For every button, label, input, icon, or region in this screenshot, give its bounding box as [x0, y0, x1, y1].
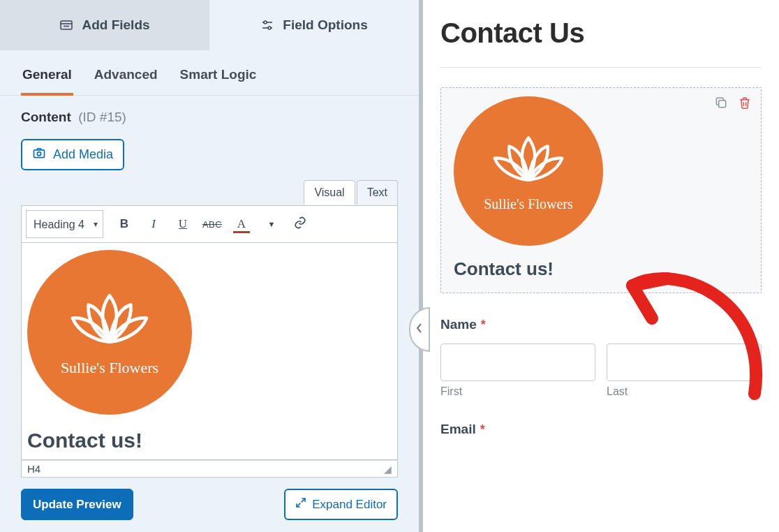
lotus-icon [485, 131, 572, 188]
preview-divider [440, 67, 762, 68]
first-sublabel: First [440, 385, 595, 398]
required-star: * [481, 318, 486, 332]
tab-add-fields-label: Add Fields [82, 17, 149, 33]
field-options-panel: Add Fields Field Options General Advance… [0, 0, 419, 532]
editor-mode-visual[interactable]: Visual [304, 180, 355, 205]
lotus-icon [62, 288, 157, 350]
svg-point-4 [264, 21, 267, 24]
tab-field-options-label: Field Options [283, 17, 367, 33]
strikethrough-button[interactable]: ABC [200, 212, 225, 237]
update-preview-button[interactable]: Update Preview [21, 489, 133, 520]
editor-status-bar: H4 ◢ [21, 460, 398, 478]
required-star: * [480, 422, 485, 436]
underline-button[interactable]: U [170, 212, 195, 237]
editor-mode-text[interactable]: Text [357, 180, 398, 205]
tab-add-fields[interactable]: Add Fields [0, 0, 209, 50]
logo-image: Sullie's Flowers [27, 250, 192, 415]
name-field-label: Name* [440, 317, 762, 332]
format-select[interactable]: Heading 4 [26, 210, 103, 238]
chevron-down-icon: ▼ [267, 220, 276, 228]
editor-element-path: H4 [27, 463, 40, 475]
add-fields-icon [59, 18, 73, 32]
subtab-advanced[interactable]: Advanced [93, 63, 159, 95]
content-id: (ID #15) [78, 110, 126, 124]
logo-text: Sullie's Flowers [61, 359, 158, 377]
add-media-button[interactable]: Add Media [21, 139, 124, 170]
svg-rect-7 [34, 150, 45, 158]
panel-divider[interactable] [419, 0, 423, 532]
italic-button[interactable]: I [141, 212, 166, 237]
subtab-general[interactable]: General [21, 63, 73, 95]
chevron-left-icon [415, 323, 424, 337]
insert-link-button[interactable] [288, 212, 313, 237]
expand-icon [295, 497, 306, 512]
resize-handle[interactable]: ◢ [384, 464, 392, 474]
editor-body[interactable]: Sullie's Flowers Contact us! [21, 243, 398, 460]
content-label: Content [21, 110, 71, 124]
editor-toolbar: Heading 4 B I U ABC A ▼ [21, 205, 398, 243]
email-field-label: Email* [440, 422, 762, 437]
preview-title: Contact Us [440, 17, 762, 49]
first-name-input[interactable] [440, 343, 595, 381]
preview-block-heading: Contact us! [454, 258, 748, 280]
link-icon [293, 216, 307, 233]
tab-field-options[interactable]: Field Options [209, 0, 419, 50]
preview-logo-image: Sullie's Flowers [454, 96, 603, 246]
editor-heading-text: Contact us! [27, 429, 392, 452]
add-media-label: Add Media [53, 147, 113, 162]
delete-block-button[interactable] [736, 95, 754, 113]
expand-editor-button[interactable]: Expand Editor [284, 489, 398, 520]
camera-icon [32, 146, 46, 163]
svg-rect-0 [61, 21, 72, 29]
svg-point-8 [37, 152, 40, 156]
copy-icon [714, 96, 728, 112]
last-name-input[interactable] [607, 343, 762, 381]
selected-content-block[interactable]: Sullie's Flowers Contact us! [440, 87, 762, 293]
preview-logo-text: Sullie's Flowers [484, 196, 573, 212]
last-sublabel: Last [607, 385, 762, 398]
form-preview: Contact Us [423, 0, 779, 532]
text-color-dropdown[interactable]: ▼ [258, 212, 283, 237]
expand-editor-label: Expand Editor [312, 498, 387, 512]
field-options-subtabs: General Advanced Smart Logic [0, 50, 419, 96]
trash-icon [738, 96, 752, 112]
subtab-smart-logic[interactable]: Smart Logic [179, 63, 258, 95]
svg-point-6 [268, 27, 271, 29]
bold-button[interactable]: B [112, 212, 137, 237]
svg-rect-9 [719, 101, 726, 108]
text-color-button[interactable]: A [229, 212, 254, 237]
sliders-icon [260, 18, 274, 32]
duplicate-block-button[interactable] [712, 95, 730, 113]
